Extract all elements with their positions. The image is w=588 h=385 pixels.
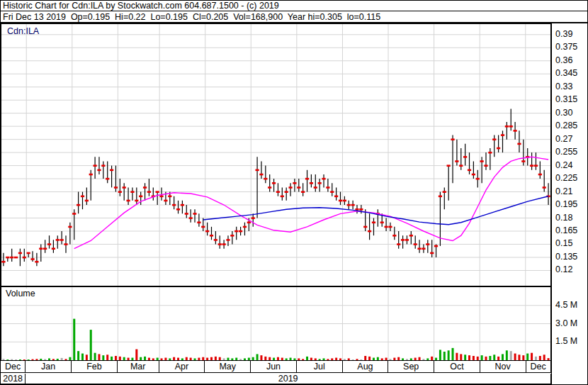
price-axis-label: 0.27: [555, 134, 572, 144]
price-chart-svg: [1, 24, 550, 286]
month-label-jul: Jul: [297, 361, 343, 372]
price-axis-label: 0.255: [555, 147, 577, 157]
price-axis-label: 0.285: [555, 121, 577, 130]
volume-axis-label: 4.5 M: [555, 300, 577, 310]
month-label-oct: Oct: [434, 361, 480, 372]
volume-pane: Volume: [1, 286, 551, 361]
month-axis: DecJanFebMarAprMayJunJulAugSepOctNovDec: [1, 360, 551, 373]
price-axis-label: 0.24: [555, 160, 572, 170]
price-axis-label: 0.39: [555, 29, 572, 39]
month-label-mar: Mar: [118, 361, 159, 372]
month-label-feb: Feb: [72, 361, 118, 372]
month-label-may: May: [205, 361, 251, 372]
symbol-label: Cdn:ILA: [7, 26, 39, 36]
month-label-sep: Sep: [388, 361, 434, 372]
header-quote-line: Fri Dec 13 2019 Op=0.195 Hi=0.22 Lo=0.19…: [1, 12, 587, 22]
price-axis-label: 0.345: [555, 68, 577, 78]
price-axis-label: 0.21: [555, 186, 572, 196]
price-axis-label: 0.15: [555, 238, 572, 248]
price-axis-label: 0.165: [555, 225, 577, 235]
price-axis-label: 0.36: [555, 55, 572, 65]
price-axis-label: 0.225: [555, 173, 577, 183]
header-title: Historic Chart for Cdn:ILA by Stockwatch…: [1, 1, 587, 11]
axis-divider: [551, 23, 552, 384]
price-axis-label: 0.33: [555, 82, 572, 91]
volume-axis-label: 3.0 M: [555, 318, 577, 328]
chart-window: Historic Chart for Cdn:ILA by Stockwatch…: [0, 0, 588, 385]
month-label-jan: Jan: [26, 361, 72, 372]
year-label-2019: 2019: [26, 374, 551, 384]
price-axis-label: 0.375: [555, 42, 577, 52]
month-label-jun: Jun: [251, 361, 297, 372]
price-axis-label: 0.12: [555, 264, 572, 274]
volume-chart-svg: [1, 287, 550, 360]
price-axis-label: 0.315: [555, 94, 577, 104]
month-label-apr: Apr: [159, 361, 205, 372]
month-label-aug: Aug: [343, 361, 389, 372]
volume-axis-label: 1.5 M: [555, 336, 577, 346]
year-axis: 20182019: [1, 374, 551, 384]
month-label-nov: Nov: [480, 361, 526, 372]
price-axis-label: 0.30: [555, 108, 572, 118]
price-pane: Cdn:ILA: [1, 23, 551, 286]
volume-pane-title: Volume: [6, 289, 35, 298]
price-axis-label: 0.18: [555, 213, 572, 223]
price-axis-label: 0.195: [555, 199, 577, 209]
month-label-dec: Dec: [526, 361, 551, 372]
price-axis-label: 0.135: [555, 252, 577, 262]
year-label-2018: 2018: [1, 374, 26, 384]
month-label-dec: Dec: [1, 361, 26, 372]
